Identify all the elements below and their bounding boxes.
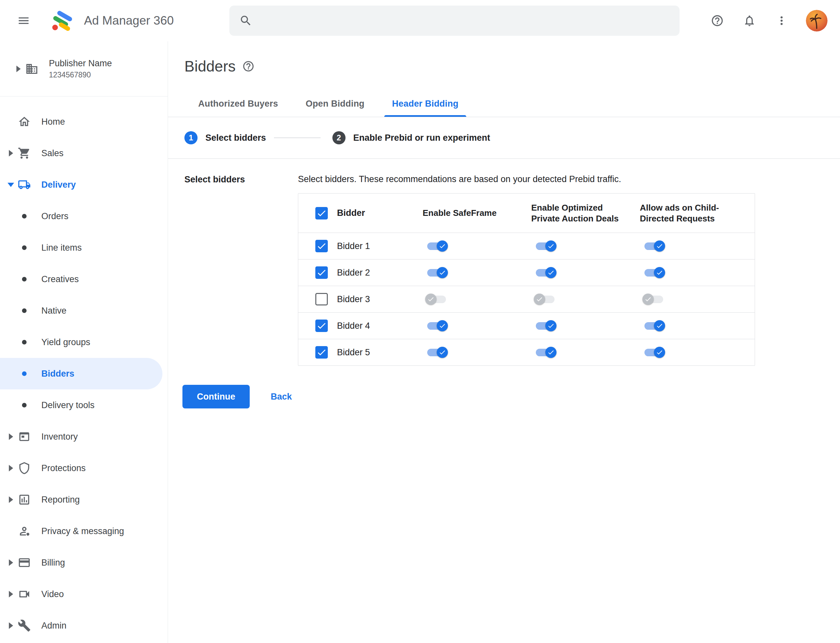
sidebar-item-native[interactable]: Native: [0, 295, 168, 326]
expand-icon: [9, 559, 13, 566]
child-directed-toggle[interactable]: [644, 242, 663, 250]
bidder-checkbox[interactable]: [315, 320, 328, 332]
sidebar-item-home[interactable]: Home: [0, 106, 168, 137]
tab-open-bidding[interactable]: Open Bidding: [292, 91, 378, 117]
sidebar-item-inventory[interactable]: Inventory: [0, 421, 168, 452]
bidder-name: Bidder 1: [337, 241, 370, 251]
optimized-deals-toggle[interactable]: [536, 322, 554, 330]
building-icon: [25, 62, 38, 75]
section-description: Select bidders. These recommendations ar…: [298, 174, 840, 185]
bidder-row-bidder-4: Bidder 4: [298, 312, 755, 339]
bidder-row-bidder-5: Bidder 5: [298, 339, 755, 366]
bidder-checkbox[interactable]: [315, 240, 328, 252]
truck-icon: [18, 178, 31, 191]
optimized-deals-toggle[interactable]: [536, 269, 554, 277]
bidder-checkbox[interactable]: [315, 346, 328, 359]
continue-button[interactable]: Continue: [183, 385, 250, 408]
sidebar-item-creatives[interactable]: Creatives: [0, 263, 168, 295]
step-2-circle: 2: [332, 131, 345, 144]
publisher-name: Publisher Name: [49, 59, 112, 69]
tab-authorized-buyers[interactable]: Authorized Buyers: [185, 91, 292, 117]
optimized-deals-toggle[interactable]: [536, 242, 554, 250]
optimized-deals-toggle[interactable]: [536, 295, 554, 303]
safeframe-toggle[interactable]: [427, 322, 446, 330]
optimized-deals-toggle[interactable]: [536, 349, 554, 356]
search-bar[interactable]: [229, 6, 680, 36]
web-icon: [18, 430, 31, 443]
safeframe-toggle[interactable]: [427, 269, 446, 277]
bidder-checkbox[interactable]: [315, 293, 328, 305]
table-header-row: Bidder Enable SafeFrame Enable Optimized…: [298, 194, 755, 233]
sidebar-item-sales[interactable]: Sales: [0, 137, 168, 169]
sidebar-item-video[interactable]: Video: [0, 578, 168, 610]
shield-icon: [18, 462, 31, 475]
check-icon: [656, 269, 663, 276]
topbar: Ad Manager 360: [0, 0, 840, 41]
sidebar-item-bidders[interactable]: Bidders: [0, 358, 162, 389]
child-directed-toggle[interactable]: [644, 349, 663, 356]
page-help-icon[interactable]: [242, 60, 255, 72]
bidder-name: Bidder 2: [337, 268, 370, 278]
safeframe-toggle[interactable]: [427, 242, 446, 250]
step-enable-prebid[interactable]: 2 Enable Prebid or run experiment: [332, 131, 490, 144]
child-directed-toggle[interactable]: [644, 295, 663, 303]
select-bidders-section: Select bidders Select bidders. These rec…: [168, 159, 840, 366]
ad-manager-logo-icon: [50, 8, 75, 33]
section-label: Select bidders: [185, 174, 298, 366]
check-icon: [656, 322, 663, 330]
bidder-checkbox[interactable]: [315, 266, 328, 279]
check-icon: [547, 242, 554, 250]
bullet-icon: [22, 245, 26, 250]
tab-bar: Authorized Buyers Open Bidding Header Bi…: [168, 91, 840, 117]
sidebar-item-reporting[interactable]: Reporting: [0, 484, 168, 516]
cart-icon: [18, 147, 31, 160]
bell-icon: [743, 14, 756, 27]
child-directed-toggle[interactable]: [644, 322, 663, 330]
child-directed-toggle[interactable]: [644, 269, 663, 277]
step-select-bidders[interactable]: 1 Select bidders: [185, 131, 266, 144]
more-options-button[interactable]: [774, 13, 789, 29]
main-content: Bidders Authorized Buyers Open Bidding H…: [168, 41, 840, 643]
wrench-icon: [18, 619, 31, 632]
sidebar-item-delivery-tools[interactable]: Delivery tools: [0, 389, 168, 421]
bullet-icon: [22, 214, 26, 219]
expand-icon: [16, 65, 21, 72]
expand-icon: [9, 433, 13, 440]
select-all-checkbox[interactable]: [315, 207, 328, 219]
publisher-id: 1234567890: [49, 70, 112, 79]
check-icon: [547, 322, 554, 330]
sidebar-item-orders[interactable]: Orders: [0, 201, 168, 232]
sidebar-item-delivery[interactable]: Delivery: [0, 169, 168, 201]
sidebar-item-yield-groups[interactable]: Yield groups: [0, 326, 168, 358]
app-title: Ad Manager 360: [84, 14, 174, 28]
check-icon: [439, 322, 446, 330]
page-header: Bidders: [168, 41, 840, 75]
account-avatar[interactable]: [806, 10, 827, 31]
bidder-name: Bidder 5: [337, 348, 370, 357]
chart-icon: [18, 493, 31, 506]
safeframe-toggle[interactable]: [427, 349, 446, 356]
back-button[interactable]: Back: [271, 392, 292, 402]
menu-button[interactable]: [16, 13, 31, 29]
tab-header-bidding[interactable]: Header Bidding: [378, 91, 472, 117]
help-button[interactable]: [709, 13, 725, 29]
bidder-name: Bidder 4: [337, 321, 370, 331]
notifications-button[interactable]: [742, 13, 757, 29]
safeframe-toggle[interactable]: [427, 295, 446, 303]
sidebar-item-line-items[interactable]: Line items: [0, 232, 168, 263]
publisher-switcher[interactable]: Publisher Name 1234567890: [0, 41, 168, 96]
sidebar-item-privacy-messaging[interactable]: Privacy & messaging: [0, 516, 168, 547]
bidder-row-bidder-3: Bidder 3: [298, 286, 755, 312]
step-1-circle: 1: [185, 131, 198, 144]
sidebar-item-admin[interactable]: Admin: [0, 610, 168, 641]
collapse-icon: [8, 183, 14, 187]
bidder-row-bidder-2: Bidder 2: [298, 259, 755, 286]
sidebar-item-protections[interactable]: Protections: [0, 452, 168, 484]
expand-icon: [9, 465, 13, 472]
check-icon: [547, 269, 554, 276]
video-icon: [18, 588, 31, 601]
check-icon: [547, 349, 554, 356]
bullet-icon: [22, 340, 26, 344]
search-input[interactable]: [260, 15, 670, 26]
sidebar-item-billing[interactable]: Billing: [0, 547, 168, 578]
